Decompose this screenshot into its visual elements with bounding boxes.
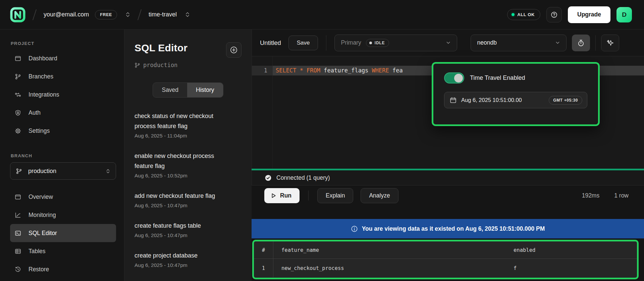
history-list: check status of new checkout process fea… — [135, 111, 234, 268]
results-table: # feature_name enabled 1 new_checkout_pr… — [252, 240, 639, 279]
sidebar-item-auth[interactable]: Auth — [10, 104, 116, 122]
sidebar-item-branches[interactable]: Branches — [10, 67, 116, 86]
question-icon — [550, 11, 558, 18]
column-header-enabled: enabled — [514, 247, 637, 253]
page-title: SQL Editor — [135, 42, 187, 54]
terminal-icon — [15, 230, 21, 236]
time-travel-button[interactable] — [572, 35, 590, 51]
git-branch-icon — [135, 62, 140, 68]
query-toolbar: Untitled Save Primary IDLE neondb — [252, 30, 644, 56]
check-circle-icon — [265, 174, 272, 181]
time-travel-timestamp: Aug 6, 2025 10:51:00.00 — [461, 97, 522, 103]
sidebar: PROJECT Dashboard Branches Integrations … — [0, 30, 124, 281]
sidebar-item-integrations[interactable]: Integrations — [10, 86, 116, 104]
idle-dot-icon — [369, 42, 372, 44]
account-breadcrumb[interactable]: your@email.com — [44, 11, 89, 18]
project-section-label: PROJECT — [11, 41, 116, 46]
status-ok-dot-icon — [512, 13, 515, 16]
table-row[interactable]: 1 new_checkout_process f — [254, 259, 637, 277]
banner-message: You are viewing data as it existed on Au… — [362, 225, 545, 232]
toolbar-divider — [326, 35, 326, 51]
analyze-button[interactable]: Analyze — [361, 188, 398, 203]
row-count: 1 row — [614, 192, 629, 199]
sidebar-item-settings[interactable]: Settings — [10, 122, 116, 140]
editor-branch-label: production — [135, 62, 241, 68]
account-switcher-chevron-icon[interactable] — [125, 11, 130, 18]
time-travel-label: Time Travel Enabled — [470, 74, 525, 81]
query-duration: 192ms — [582, 192, 600, 199]
dashboard-icon — [15, 55, 21, 62]
sidebar-item-tables[interactable]: Tables — [10, 242, 116, 260]
status-badge[interactable]: ALL OK — [507, 9, 540, 20]
results-header-row: # feature_name enabled — [254, 241, 637, 259]
column-header-feature-name: feature_name — [273, 247, 514, 253]
compute-selector[interactable]: Primary IDLE — [334, 35, 457, 51]
save-button[interactable]: Save — [288, 36, 318, 50]
sidebar-item-restore[interactable]: Restore — [10, 260, 116, 278]
sidebar-item-dashboard[interactable]: Dashboard — [10, 49, 116, 67]
time-travel-popover: Time Travel Enabled Aug 6, 2025 10:51:00… — [432, 62, 600, 126]
table-icon — [15, 248, 21, 255]
connection-status-bar: Connected (1 query) — [252, 170, 644, 185]
compute-status-badge: IDLE — [366, 39, 389, 47]
time-travel-datetime-field[interactable]: Aug 6, 2025 10:51:00.00 GMT +05:30 — [444, 92, 587, 108]
history-item[interactable]: add new checkout feature flag Aug 6, 202… — [135, 191, 234, 209]
integrations-icon — [15, 92, 21, 98]
toolbar-divider — [595, 35, 596, 51]
time-travel-toggle[interactable] — [444, 72, 464, 83]
avatar[interactable]: D — [616, 7, 632, 22]
top-bar: your@email.com FREE time-travel ALL OK U… — [0, 0, 644, 30]
tab-history[interactable]: History — [187, 83, 223, 97]
info-icon — [351, 225, 358, 232]
plus-circle-icon — [230, 46, 238, 54]
gear-icon — [15, 128, 21, 134]
ai-assist-button[interactable] — [601, 35, 619, 51]
help-button[interactable] — [546, 7, 562, 22]
calendar-icon — [450, 97, 457, 104]
plan-badge: FREE — [95, 10, 117, 19]
new-query-button[interactable] — [226, 42, 241, 58]
sparkles-icon — [606, 39, 614, 47]
sql-editor-panel: SQL Editor production Saved History chec… — [124, 30, 252, 281]
branch-section-label: BRANCH — [11, 153, 116, 158]
chart-icon — [15, 212, 21, 218]
stopwatch-icon — [577, 39, 585, 47]
time-travel-banner: You are viewing data as it existed on Au… — [252, 219, 644, 238]
query-tab-name[interactable]: Untitled — [260, 39, 281, 47]
upgrade-button[interactable]: Upgrade — [568, 6, 610, 23]
breadcrumb-divider — [138, 9, 142, 20]
history-item[interactable]: create feature flags table Aug 6, 2025 -… — [135, 221, 234, 238]
database-selector[interactable]: neondb — [471, 35, 567, 51]
explain-button[interactable]: Explain — [317, 188, 353, 203]
chevron-updown-icon — [106, 168, 110, 174]
overview-icon — [15, 194, 21, 200]
tab-saved[interactable]: Saved — [153, 83, 187, 97]
project-switcher-chevron-icon[interactable] — [185, 11, 190, 18]
chevron-down-icon — [446, 40, 451, 45]
sidebar-item-sql-editor[interactable]: SQL Editor — [10, 224, 116, 242]
history-item[interactable]: enable new checkout process feature flag… — [135, 151, 234, 179]
play-icon — [270, 192, 277, 199]
run-button[interactable]: Run — [264, 188, 300, 203]
auth-shield-icon — [15, 110, 21, 116]
actions-divider — [308, 190, 309, 201]
git-branch-icon — [15, 73, 21, 80]
history-item[interactable]: check status of new checkout process fea… — [135, 111, 234, 139]
column-header-index: # — [254, 241, 273, 259]
git-branch-icon — [16, 168, 22, 174]
neon-logo[interactable] — [10, 7, 25, 23]
saved-history-toggle: Saved History — [153, 82, 223, 98]
branch-selector[interactable]: production — [10, 162, 116, 180]
project-breadcrumb[interactable]: time-travel — [149, 11, 177, 18]
sidebar-item-monitoring[interactable]: Monitoring — [10, 206, 116, 224]
toggle-knob — [454, 74, 463, 82]
line-number: 1 — [252, 66, 273, 75]
sidebar-item-overview[interactable]: Overview — [10, 188, 116, 206]
timezone-badge: GMT +05:30 — [549, 96, 582, 105]
connection-status-text: Connected (1 query) — [276, 174, 330, 181]
query-actions-bar: Run Explain Analyze 192ms 1 row — [252, 185, 644, 206]
breadcrumb-divider — [33, 9, 37, 20]
chevron-down-icon — [555, 40, 560, 45]
history-item[interactable]: create project database Aug 6, 2025 - 10… — [135, 250, 234, 268]
restore-clock-icon — [15, 266, 21, 273]
